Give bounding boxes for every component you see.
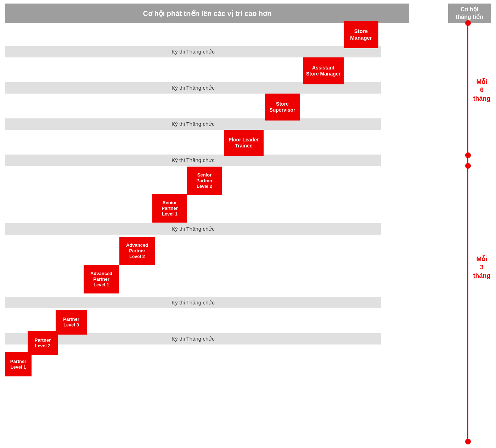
main-container: Cơ hội phát triển lên các vị trí cao hơn… <box>0 0 496 448</box>
pos-floor-leader-trainee-label: Floor LeaderTrainee <box>229 137 259 149</box>
pos-senior-partner-level1-label: SeniorPartnerLevel 1 <box>162 200 178 217</box>
ky-thi-label-2: Kỳ thi Thăng chức <box>171 85 214 91</box>
timeline-line <box>467 23 468 441</box>
pos-store-supervisor-label: StoreSupervisor <box>269 101 295 113</box>
dot-mid1 <box>465 152 471 158</box>
ky-thi-row-4: Kỳ thi Thăng chức <box>5 155 381 166</box>
right-label-top: Cơ hộithăng tiến <box>448 4 491 23</box>
ky-thi-label-1: Kỳ thi Thăng chức <box>171 49 214 55</box>
pos-advanced-partner-level2-label: AdvancedPartnerLevel 2 <box>126 242 148 260</box>
pos-partner-level2: PartnerLevel 2 <box>28 331 58 355</box>
ky-thi-label-3: Kỳ thi Thăng chức <box>171 121 214 127</box>
dot-bottom <box>465 439 471 444</box>
pos-assistant-store-manager-label: AssistantStore Manager <box>306 65 340 77</box>
ky-thi-label-5: Kỳ thi Thăng chức <box>171 226 214 232</box>
pos-advanced-partner-level1: AdvancedPartnerLevel 1 <box>84 265 119 293</box>
ky-thi-row-6: Kỳ thi Thăng chức <box>5 297 381 308</box>
ky-thi-label-6: Kỳ thi Thăng chức <box>171 299 214 306</box>
pos-senior-partner-level2: SeniorPartnerLevel 2 <box>187 167 222 195</box>
pos-assistant-store-manager: AssistantStore Manager <box>303 57 344 84</box>
dot-mid2 <box>465 163 471 169</box>
pos-store-manager-label: StoreManager <box>350 28 372 41</box>
ky-thi-label-4: Kỳ thi Thăng chức <box>171 157 214 163</box>
pos-advanced-partner-level1-label: AdvancedPartnerLevel 1 <box>90 271 112 288</box>
pos-partner-level1-label: PartnerLevel 1 <box>10 359 27 370</box>
ky-thi-row-3: Kỳ thi Thăng chức <box>5 118 381 130</box>
header-bar: Cơ hội phát triển lên các vị trí cao hơn <box>5 4 409 23</box>
pos-partner-level3: PartnerLevel 3 <box>56 310 87 335</box>
pos-senior-partner-level1: SeniorPartnerLevel 1 <box>152 194 187 223</box>
right-label-text: Cơ hộithăng tiến <box>456 6 483 21</box>
dot-top <box>465 20 471 26</box>
ky-thi-row-1: Kỳ thi Thăng chức <box>5 46 381 57</box>
pos-partner-level3-label: PartnerLevel 3 <box>63 317 79 328</box>
pos-floor-leader-trainee: Floor LeaderTrainee <box>224 130 264 156</box>
pos-store-manager: StoreManager <box>344 21 378 48</box>
label-moi-3: Mỗi3tháng <box>471 255 492 280</box>
ky-thi-row-7: Kỳ thi Thăng chức <box>5 333 381 345</box>
pos-partner-level1: PartnerLevel 1 <box>5 352 32 376</box>
pos-partner-level2-label: PartnerLevel 2 <box>35 337 51 349</box>
pos-store-supervisor: StoreSupervisor <box>265 94 300 121</box>
ky-thi-label-7: Kỳ thi Thăng chức <box>171 336 214 342</box>
label-moi-6: Mỗi6tháng <box>471 78 492 103</box>
ky-thi-row-5: Kỳ thi Thăng chức <box>5 223 381 235</box>
header-title: Cơ hội phát triển lên các vị trí cao hơn <box>143 9 272 18</box>
pos-senior-partner-level2-label: SeniorPartnerLevel 2 <box>196 172 213 190</box>
pos-advanced-partner-level2: AdvancedPartnerLevel 2 <box>119 237 155 265</box>
